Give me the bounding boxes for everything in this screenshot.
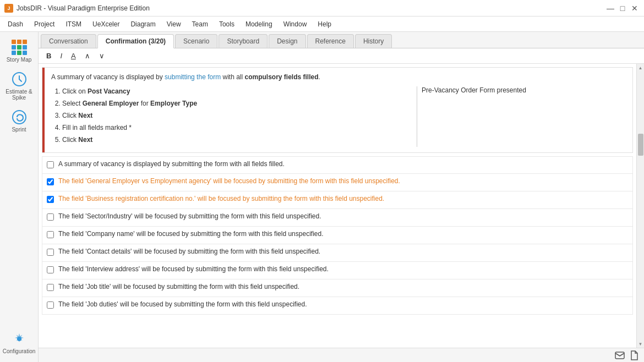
checkbox-9[interactable]: [47, 301, 54, 309]
menu-dash[interactable]: Dash: [2, 18, 29, 30]
menu-modeling[interactable]: Modeling: [240, 18, 278, 30]
svg-rect-3: [615, 352, 624, 359]
checkbox-6[interactable]: [47, 249, 54, 256]
step-2: Select General Employer for Employer Typ…: [62, 98, 412, 108]
scroll-thumb[interactable]: [638, 134, 643, 156]
confirmation-inner: A summary of vacancy is displayed by sub…: [42, 68, 632, 152]
check-row-1: A summary of vacancy is displayed by sub…: [42, 156, 633, 174]
menu-tools[interactable]: Tools: [214, 18, 240, 30]
config-icon: [10, 331, 28, 347]
check-row-2: The field 'General Employer vs Employmen…: [42, 174, 633, 191]
tab-confirmation[interactable]: Confirmation (3/20): [97, 34, 174, 48]
confirmation-block: A summary of vacancy is displayed by sub…: [42, 67, 633, 153]
row-text-4: The field 'Sector/Industry' will be focu…: [58, 212, 628, 220]
steps-list: Click on Post Vacancy Select General Emp…: [51, 86, 417, 147]
sidebar-label-estimate-spike: Estimate & Spike: [4, 89, 35, 101]
row-text-8: The field 'Job title' will be focused by…: [58, 283, 628, 290]
tabs-bar: Conversation Confirmation (3/20) Scenari…: [39, 32, 644, 48]
row-text-7: The field 'Interview address' will be fo…: [58, 265, 628, 273]
minimize-button[interactable]: —: [605, 3, 615, 13]
row-text-6: The field 'Contact details' will be focu…: [58, 248, 628, 255]
title-bar-controls[interactable]: — □ ✕: [605, 3, 640, 13]
bottom-bar: [39, 348, 644, 362]
menu-team[interactable]: Team: [187, 18, 214, 30]
sprint-icon: [10, 109, 28, 125]
story-map-icon: [10, 40, 28, 55]
summary-text: A summary of vacancy is displayed by sub…: [51, 73, 626, 81]
tab-scenario[interactable]: Scenario: [175, 34, 217, 48]
tab-history[interactable]: History: [355, 34, 392, 48]
step-3: Click Next: [62, 111, 412, 120]
menu-itsm[interactable]: ITSM: [60, 18, 87, 30]
bold-button[interactable]: B: [43, 51, 54, 61]
title-bar: J JobsDIR - Visual Paradigm Enterprise E…: [0, 0, 644, 17]
maximize-button[interactable]: □: [618, 3, 627, 13]
sidebar-label-configuration: Configuration: [3, 348, 35, 354]
checkbox-2[interactable]: [47, 178, 54, 185]
underline-button[interactable]: A: [68, 51, 79, 61]
checkbox-4[interactable]: [47, 213, 54, 221]
checkbox-8[interactable]: [47, 284, 54, 291]
sidebar: Story Map Estimate & Spike Sprint: [0, 32, 39, 362]
check-row-6: The field 'Contact details' will be focu…: [42, 244, 633, 262]
menu-uexceler[interactable]: UeXceler: [87, 18, 125, 30]
scroll-up-button[interactable]: ▲: [637, 64, 645, 72]
checkbox-1[interactable]: [47, 161, 54, 168]
tab-conversation[interactable]: Conversation: [41, 34, 96, 48]
sidebar-item-sprint[interactable]: Sprint: [2, 106, 37, 136]
checkbox-7[interactable]: [47, 266, 54, 273]
main-content: A summary of vacancy is displayed by sub…: [39, 64, 644, 348]
content-area: Conversation Confirmation (3/20) Scenari…: [39, 32, 644, 362]
move-down-button[interactable]: ∨: [96, 51, 108, 61]
check-rows-container: A summary of vacancy is displayed by sub…: [42, 156, 633, 315]
scroll-down-button[interactable]: ▼: [637, 340, 645, 348]
row-text-2: The field 'General Employer vs Employmen…: [58, 177, 628, 185]
check-row-5: The field 'Company name' will be focused…: [42, 227, 633, 244]
tab-storyboard[interactable]: Storyboard: [219, 34, 268, 48]
sidebar-item-story-map[interactable]: Story Map: [2, 36, 37, 66]
tab-reference[interactable]: Reference: [307, 34, 354, 48]
scrollable-content[interactable]: A summary of vacancy is displayed by sub…: [39, 64, 636, 348]
right-col-text: Pre-Vacancy Order Form presented: [422, 86, 626, 94]
tab-design[interactable]: Design: [269, 34, 305, 48]
sidebar-label-sprint: Sprint: [12, 127, 26, 133]
checkbox-3[interactable]: [47, 196, 54, 203]
close-button[interactable]: ✕: [630, 3, 640, 13]
step-4: Fill in all fields marked *: [62, 123, 412, 133]
app-title: JobsDIR - Visual Paradigm Enterprise Edi…: [17, 4, 150, 12]
red-bar-indicator: [42, 68, 45, 152]
sidebar-item-estimate-spike[interactable]: Estimate & Spike: [2, 68, 37, 104]
row-text-9: The field 'Job duties' will be focused b…: [58, 300, 628, 308]
menu-help[interactable]: Help: [312, 18, 337, 30]
menu-view[interactable]: View: [161, 18, 187, 30]
menu-window[interactable]: Window: [278, 18, 313, 30]
step-1: Click on Post Vacancy: [62, 86, 412, 96]
menu-project[interactable]: Project: [29, 18, 60, 30]
move-up-button[interactable]: ∧: [81, 51, 94, 61]
step-5: Click Next: [62, 135, 412, 145]
formatting-toolbar: B I A ∧ ∨: [39, 48, 644, 64]
check-row-7: The field 'Interview address' will be fo…: [42, 262, 633, 279]
menu-diagram[interactable]: Diagram: [125, 18, 161, 30]
scrollbar-rail: ▲ ▼: [636, 64, 644, 348]
check-row-9: The field 'Job duties' will be focused b…: [42, 297, 633, 315]
steps-area: Click on Post Vacancy Select General Emp…: [51, 86, 626, 147]
right-column: Pre-Vacancy Order Form presented: [417, 86, 626, 147]
menu-bar: Dash Project ITSM UeXceler Diagram View …: [0, 17, 644, 32]
sidebar-item-configuration[interactable]: Configuration: [2, 328, 37, 358]
sidebar-label-story-map: Story Map: [7, 57, 32, 63]
italic-button[interactable]: I: [57, 51, 66, 61]
check-row-8: The field 'Job title' will be focused by…: [42, 279, 633, 297]
row-text-5: The field 'Company name' will be focused…: [58, 230, 628, 238]
main-layout: Story Map Estimate & Spike Sprint: [0, 32, 644, 362]
email-icon[interactable]: [614, 350, 625, 360]
estimate-spike-icon: [10, 72, 28, 87]
svg-point-1: [13, 111, 26, 124]
row-text-1: A summary of vacancy is displayed by sub…: [58, 160, 628, 168]
row-text-3: The field 'Business registration certifi…: [58, 195, 628, 202]
app-icon: J: [4, 4, 13, 13]
check-row-3: The field 'Business registration certifi…: [42, 191, 633, 209]
title-bar-left: J JobsDIR - Visual Paradigm Enterprise E…: [4, 4, 150, 13]
document-icon[interactable]: [629, 350, 640, 360]
checkbox-5[interactable]: [47, 231, 54, 238]
